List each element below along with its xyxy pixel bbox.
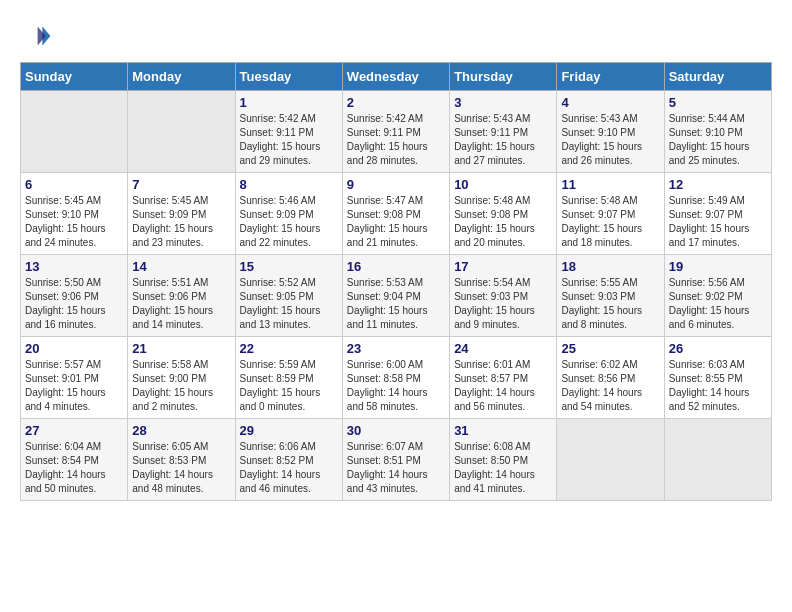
- weekday-header-sunday: Sunday: [21, 63, 128, 91]
- calendar-cell: [21, 91, 128, 173]
- day-info: Sunrise: 5:53 AMSunset: 9:04 PMDaylight:…: [347, 276, 445, 332]
- day-number: 15: [240, 259, 338, 274]
- day-info: Sunrise: 5:57 AMSunset: 9:01 PMDaylight:…: [25, 358, 123, 414]
- day-info: Sunrise: 5:42 AMSunset: 9:11 PMDaylight:…: [240, 112, 338, 168]
- day-info: Sunrise: 6:07 AMSunset: 8:51 PMDaylight:…: [347, 440, 445, 496]
- day-info: Sunrise: 6:01 AMSunset: 8:57 PMDaylight:…: [454, 358, 552, 414]
- calendar-cell: 10 Sunrise: 5:48 AMSunset: 9:08 PMDaylig…: [450, 173, 557, 255]
- page-header: [20, 20, 772, 52]
- day-info: Sunrise: 5:55 AMSunset: 9:03 PMDaylight:…: [561, 276, 659, 332]
- day-number: 3: [454, 95, 552, 110]
- day-info: Sunrise: 5:51 AMSunset: 9:06 PMDaylight:…: [132, 276, 230, 332]
- day-info: Sunrise: 6:05 AMSunset: 8:53 PMDaylight:…: [132, 440, 230, 496]
- day-number: 7: [132, 177, 230, 192]
- weekday-header-saturday: Saturday: [664, 63, 771, 91]
- weekday-header-thursday: Thursday: [450, 63, 557, 91]
- calendar-cell: 25 Sunrise: 6:02 AMSunset: 8:56 PMDaylig…: [557, 337, 664, 419]
- day-number: 26: [669, 341, 767, 356]
- day-number: 2: [347, 95, 445, 110]
- day-info: Sunrise: 5:56 AMSunset: 9:02 PMDaylight:…: [669, 276, 767, 332]
- day-number: 5: [669, 95, 767, 110]
- calendar-cell: 3 Sunrise: 5:43 AMSunset: 9:11 PMDayligh…: [450, 91, 557, 173]
- calendar-cell: 23 Sunrise: 6:00 AMSunset: 8:58 PMDaylig…: [342, 337, 449, 419]
- day-info: Sunrise: 6:06 AMSunset: 8:52 PMDaylight:…: [240, 440, 338, 496]
- calendar-cell: 11 Sunrise: 5:48 AMSunset: 9:07 PMDaylig…: [557, 173, 664, 255]
- day-info: Sunrise: 5:46 AMSunset: 9:09 PMDaylight:…: [240, 194, 338, 250]
- calendar-cell: 31 Sunrise: 6:08 AMSunset: 8:50 PMDaylig…: [450, 419, 557, 501]
- day-info: Sunrise: 5:42 AMSunset: 9:11 PMDaylight:…: [347, 112, 445, 168]
- calendar-cell: 8 Sunrise: 5:46 AMSunset: 9:09 PMDayligh…: [235, 173, 342, 255]
- calendar-cell: 24 Sunrise: 6:01 AMSunset: 8:57 PMDaylig…: [450, 337, 557, 419]
- day-number: 23: [347, 341, 445, 356]
- week-row-1: 1 Sunrise: 5:42 AMSunset: 9:11 PMDayligh…: [21, 91, 772, 173]
- logo: [20, 20, 56, 52]
- day-info: Sunrise: 6:03 AMSunset: 8:55 PMDaylight:…: [669, 358, 767, 414]
- calendar-cell: 14 Sunrise: 5:51 AMSunset: 9:06 PMDaylig…: [128, 255, 235, 337]
- calendar-cell: 26 Sunrise: 6:03 AMSunset: 8:55 PMDaylig…: [664, 337, 771, 419]
- calendar-cell: [557, 419, 664, 501]
- week-row-2: 6 Sunrise: 5:45 AMSunset: 9:10 PMDayligh…: [21, 173, 772, 255]
- day-number: 14: [132, 259, 230, 274]
- week-row-4: 20 Sunrise: 5:57 AMSunset: 9:01 PMDaylig…: [21, 337, 772, 419]
- calendar-cell: [128, 91, 235, 173]
- day-info: Sunrise: 6:00 AMSunset: 8:58 PMDaylight:…: [347, 358, 445, 414]
- day-number: 25: [561, 341, 659, 356]
- weekday-header-wednesday: Wednesday: [342, 63, 449, 91]
- day-number: 1: [240, 95, 338, 110]
- calendar-cell: 17 Sunrise: 5:54 AMSunset: 9:03 PMDaylig…: [450, 255, 557, 337]
- weekday-header-monday: Monday: [128, 63, 235, 91]
- day-number: 13: [25, 259, 123, 274]
- day-number: 10: [454, 177, 552, 192]
- day-number: 12: [669, 177, 767, 192]
- calendar-cell: 30 Sunrise: 6:07 AMSunset: 8:51 PMDaylig…: [342, 419, 449, 501]
- day-number: 21: [132, 341, 230, 356]
- day-number: 28: [132, 423, 230, 438]
- day-number: 6: [25, 177, 123, 192]
- calendar-cell: 5 Sunrise: 5:44 AMSunset: 9:10 PMDayligh…: [664, 91, 771, 173]
- calendar-table: SundayMondayTuesdayWednesdayThursdayFrid…: [20, 62, 772, 501]
- day-number: 27: [25, 423, 123, 438]
- day-number: 19: [669, 259, 767, 274]
- day-info: Sunrise: 5:48 AMSunset: 9:07 PMDaylight:…: [561, 194, 659, 250]
- day-number: 30: [347, 423, 445, 438]
- weekday-header-tuesday: Tuesday: [235, 63, 342, 91]
- calendar-cell: 4 Sunrise: 5:43 AMSunset: 9:10 PMDayligh…: [557, 91, 664, 173]
- day-info: Sunrise: 5:54 AMSunset: 9:03 PMDaylight:…: [454, 276, 552, 332]
- day-number: 17: [454, 259, 552, 274]
- day-info: Sunrise: 5:52 AMSunset: 9:05 PMDaylight:…: [240, 276, 338, 332]
- day-info: Sunrise: 5:50 AMSunset: 9:06 PMDaylight:…: [25, 276, 123, 332]
- day-number: 20: [25, 341, 123, 356]
- week-row-5: 27 Sunrise: 6:04 AMSunset: 8:54 PMDaylig…: [21, 419, 772, 501]
- logo-icon: [20, 20, 52, 52]
- day-info: Sunrise: 5:44 AMSunset: 9:10 PMDaylight:…: [669, 112, 767, 168]
- day-info: Sunrise: 5:43 AMSunset: 9:11 PMDaylight:…: [454, 112, 552, 168]
- day-info: Sunrise: 5:59 AMSunset: 8:59 PMDaylight:…: [240, 358, 338, 414]
- day-info: Sunrise: 6:08 AMSunset: 8:50 PMDaylight:…: [454, 440, 552, 496]
- calendar-cell: 9 Sunrise: 5:47 AMSunset: 9:08 PMDayligh…: [342, 173, 449, 255]
- calendar-cell: 22 Sunrise: 5:59 AMSunset: 8:59 PMDaylig…: [235, 337, 342, 419]
- day-number: 9: [347, 177, 445, 192]
- weekday-header-friday: Friday: [557, 63, 664, 91]
- day-info: Sunrise: 5:45 AMSunset: 9:10 PMDaylight:…: [25, 194, 123, 250]
- calendar-cell: 15 Sunrise: 5:52 AMSunset: 9:05 PMDaylig…: [235, 255, 342, 337]
- calendar-cell: 29 Sunrise: 6:06 AMSunset: 8:52 PMDaylig…: [235, 419, 342, 501]
- calendar-cell: 1 Sunrise: 5:42 AMSunset: 9:11 PMDayligh…: [235, 91, 342, 173]
- weekday-header-row: SundayMondayTuesdayWednesdayThursdayFrid…: [21, 63, 772, 91]
- week-row-3: 13 Sunrise: 5:50 AMSunset: 9:06 PMDaylig…: [21, 255, 772, 337]
- calendar-cell: 13 Sunrise: 5:50 AMSunset: 9:06 PMDaylig…: [21, 255, 128, 337]
- calendar-cell: [664, 419, 771, 501]
- calendar-cell: 21 Sunrise: 5:58 AMSunset: 9:00 PMDaylig…: [128, 337, 235, 419]
- day-info: Sunrise: 5:43 AMSunset: 9:10 PMDaylight:…: [561, 112, 659, 168]
- calendar-cell: 18 Sunrise: 5:55 AMSunset: 9:03 PMDaylig…: [557, 255, 664, 337]
- day-number: 4: [561, 95, 659, 110]
- day-info: Sunrise: 5:45 AMSunset: 9:09 PMDaylight:…: [132, 194, 230, 250]
- calendar-cell: 7 Sunrise: 5:45 AMSunset: 9:09 PMDayligh…: [128, 173, 235, 255]
- day-number: 18: [561, 259, 659, 274]
- calendar-cell: 6 Sunrise: 5:45 AMSunset: 9:10 PMDayligh…: [21, 173, 128, 255]
- day-number: 24: [454, 341, 552, 356]
- day-info: Sunrise: 6:04 AMSunset: 8:54 PMDaylight:…: [25, 440, 123, 496]
- day-info: Sunrise: 5:49 AMSunset: 9:07 PMDaylight:…: [669, 194, 767, 250]
- day-number: 22: [240, 341, 338, 356]
- day-number: 11: [561, 177, 659, 192]
- calendar-cell: 16 Sunrise: 5:53 AMSunset: 9:04 PMDaylig…: [342, 255, 449, 337]
